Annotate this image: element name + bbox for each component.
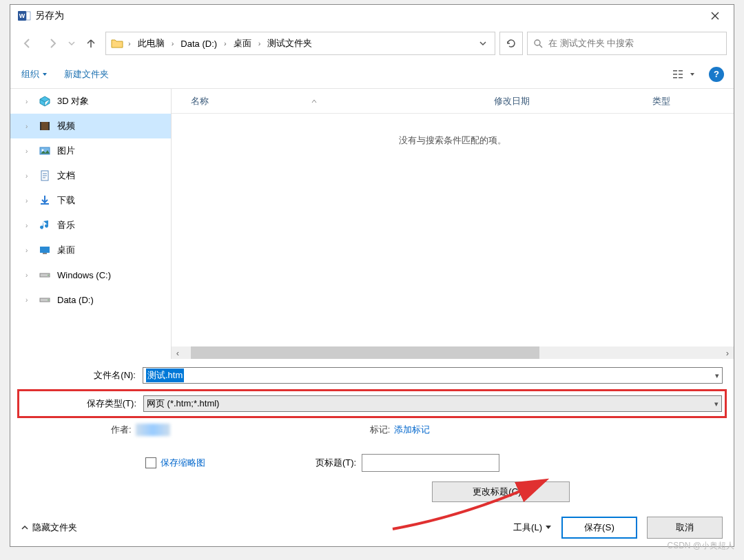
horizontal-scrollbar[interactable]: ‹ › bbox=[172, 346, 734, 359]
svg-rect-7 bbox=[679, 70, 683, 72]
filename-input[interactable]: 测试.htm ▾ bbox=[143, 367, 723, 384]
breadcrumb-item[interactable]: Data (D:) bbox=[178, 37, 220, 50]
svg-rect-5 bbox=[673, 74, 677, 75]
tree-label: 图片 bbox=[57, 145, 75, 157]
chevron-up-icon bbox=[21, 524, 28, 531]
author-value[interactable] bbox=[136, 424, 170, 436]
tags-label: 标记: bbox=[370, 424, 391, 436]
cancel-button[interactable]: 取消 bbox=[647, 517, 723, 539]
tree-item[interactable]: ›Windows (C:) bbox=[10, 262, 171, 287]
tree-item[interactable]: ›音乐 bbox=[10, 213, 171, 238]
add-tags-link[interactable]: 添加标记 bbox=[394, 424, 430, 436]
view-menu[interactable] bbox=[672, 69, 695, 80]
tree-label: Data (D:) bbox=[57, 295, 94, 305]
svg-rect-8 bbox=[679, 74, 683, 75]
empty-message: 没有与搜索条件匹配的项。 bbox=[172, 114, 734, 147]
expand-icon[interactable]: › bbox=[25, 222, 32, 229]
search-placeholder: 在 测试文件夹 中搜索 bbox=[548, 37, 634, 50]
svg-point-19 bbox=[48, 275, 49, 276]
save-as-dialog: W 另存为 › 此电脑 › Data (D:) › 桌面 › 测试文件夹 在 测… bbox=[10, 4, 734, 547]
column-headers: 名称 修改日期 类型 bbox=[172, 89, 734, 114]
drive-icon bbox=[38, 293, 52, 307]
tree-item[interactable]: ›下载 bbox=[10, 188, 171, 213]
close-button[interactable] bbox=[699, 5, 731, 27]
breadcrumb-item[interactable]: 桌面 bbox=[231, 36, 254, 51]
col-name[interactable]: 名称 bbox=[191, 95, 209, 107]
svg-text:W: W bbox=[19, 12, 25, 19]
watermark: CSDN @小奥超人 bbox=[667, 540, 734, 552]
tree-item[interactable]: ›文档 bbox=[10, 163, 171, 188]
expand-icon[interactable]: › bbox=[25, 247, 32, 254]
expand-icon[interactable]: › bbox=[25, 296, 32, 304]
hide-folders-toggle[interactable]: 隐藏文件夹 bbox=[21, 521, 77, 534]
thumbnail-checkbox[interactable] bbox=[145, 457, 156, 468]
scroll-right-icon[interactable]: › bbox=[721, 346, 734, 359]
filename-history-dropdown[interactable]: ▾ bbox=[715, 371, 719, 380]
tree-label: 音乐 bbox=[57, 219, 75, 231]
search-input[interactable]: 在 测试文件夹 中搜索 bbox=[527, 32, 727, 55]
svg-rect-4 bbox=[673, 70, 677, 72]
save-button[interactable]: 保存(S) bbox=[561, 517, 637, 539]
tree-item[interactable]: ›图片 bbox=[10, 138, 171, 163]
filetype-dropdown-icon[interactable]: ▾ bbox=[714, 400, 719, 408]
filename-value: 测试.htm bbox=[146, 369, 184, 382]
expand-icon[interactable]: › bbox=[25, 271, 32, 279]
filename-label: 文件名(N): bbox=[21, 369, 143, 382]
svg-rect-17 bbox=[43, 253, 47, 254]
tree-label: 视频 bbox=[57, 120, 75, 132]
svg-point-3 bbox=[535, 40, 540, 45]
svg-rect-2 bbox=[26, 12, 30, 20]
annotation-highlight: 保存类型(T): 网页 (*.htm;*.html) ▾ bbox=[17, 389, 727, 418]
col-type[interactable]: 类型 bbox=[652, 95, 734, 107]
svg-rect-6 bbox=[673, 77, 677, 79]
author-label: 作者: bbox=[111, 424, 132, 436]
expand-icon[interactable]: › bbox=[25, 147, 32, 155]
refresh-button[interactable] bbox=[499, 32, 523, 55]
change-title-button[interactable]: 更改标题(C)... bbox=[432, 481, 570, 502]
filetype-value: 网页 (*.htm;*.html) bbox=[147, 397, 219, 410]
download-icon bbox=[38, 194, 52, 207]
pagetitle-label: 页标题(T): bbox=[316, 457, 356, 469]
up-button[interactable] bbox=[81, 33, 101, 54]
tree-label: 桌面 bbox=[57, 244, 75, 256]
dialog-title: 另存为 bbox=[35, 10, 64, 22]
breadcrumb-item[interactable]: 测试文件夹 bbox=[265, 36, 315, 51]
breadcrumb-bar[interactable]: › 此电脑 › Data (D:) › 桌面 › 测试文件夹 bbox=[105, 32, 495, 55]
music-icon bbox=[38, 218, 52, 232]
tree-item[interactable]: ›3D 对象 bbox=[10, 89, 171, 114]
expand-icon[interactable]: › bbox=[25, 98, 32, 105]
forward-button[interactable] bbox=[42, 33, 63, 54]
recent-dropdown[interactable] bbox=[67, 33, 76, 54]
scroll-thumb[interactable] bbox=[191, 346, 539, 359]
expand-icon[interactable]: › bbox=[25, 172, 32, 180]
pagetitle-input[interactable] bbox=[362, 454, 499, 472]
tree-item[interactable]: ›Data (D:) bbox=[10, 287, 171, 312]
cube-icon bbox=[38, 94, 52, 108]
tools-menu[interactable]: 工具(L) bbox=[513, 521, 552, 534]
toolbar: 组织 新建文件夹 ? bbox=[10, 60, 734, 89]
tree-item[interactable]: ›视频 bbox=[10, 114, 171, 138]
chevron-right-icon: › bbox=[127, 39, 132, 48]
breadcrumb-item[interactable]: 此电脑 bbox=[135, 36, 167, 51]
scroll-left-icon[interactable]: ‹ bbox=[172, 346, 184, 359]
drive-icon bbox=[38, 268, 52, 282]
file-list: 名称 修改日期 类型 没有与搜索条件匹配的项。 ‹ › bbox=[172, 89, 734, 359]
filetype-select[interactable]: 网页 (*.htm;*.html) ▾ bbox=[143, 395, 722, 412]
organize-menu[interactable]: 组织 bbox=[20, 65, 49, 83]
back-button[interactable] bbox=[17, 33, 38, 54]
col-date[interactable]: 修改日期 bbox=[494, 95, 652, 107]
folder-tree[interactable]: ›3D 对象›视频›图片›文档›下载›音乐›桌面›Windows (C:)›Da… bbox=[10, 89, 172, 359]
new-folder-button[interactable]: 新建文件夹 bbox=[63, 65, 110, 83]
svg-rect-12 bbox=[48, 122, 50, 130]
tree-item[interactable]: ›桌面 bbox=[10, 238, 171, 262]
help-button[interactable]: ? bbox=[709, 67, 724, 82]
word-icon: W bbox=[17, 9, 31, 23]
svg-point-21 bbox=[48, 300, 49, 301]
tree-label: 3D 对象 bbox=[57, 95, 89, 107]
breadcrumb-dropdown[interactable] bbox=[475, 39, 490, 49]
expand-icon[interactable]: › bbox=[25, 123, 32, 130]
tree-label: Windows (C:) bbox=[57, 270, 111, 280]
expand-icon[interactable]: › bbox=[25, 197, 32, 205]
thumbnail-label: 保存缩略图 bbox=[161, 457, 205, 469]
folder-icon bbox=[110, 37, 124, 50]
